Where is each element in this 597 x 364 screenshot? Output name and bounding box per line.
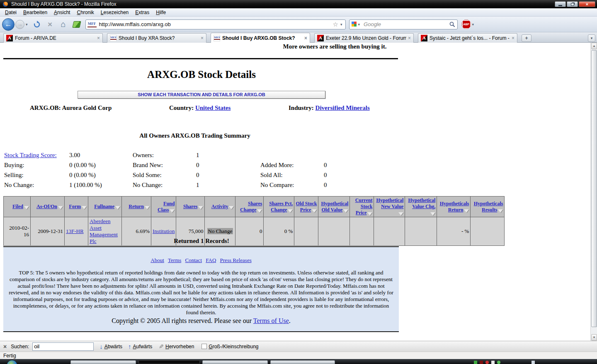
tray-icon[interactable] bbox=[485, 361, 489, 364]
tab-close-icon[interactable]: × bbox=[95, 35, 100, 41]
find-previous-icon[interactable]: ↑ bbox=[128, 343, 131, 350]
list-all-tabs-button[interactable]: ▾ bbox=[588, 34, 595, 42]
tab-forum-ariva[interactable]: A Forum - ARIVA.DE × bbox=[3, 33, 103, 43]
home-button[interactable]: ⌂ bbox=[58, 19, 69, 30]
menu-ansicht[interactable]: Ansicht bbox=[51, 9, 73, 16]
match-case-label[interactable]: Groß-/Kleinschreibung bbox=[209, 344, 258, 349]
stat-value: 1 bbox=[196, 182, 260, 192]
tray-icon[interactable] bbox=[497, 361, 500, 364]
stat-label: Selling: bbox=[4, 172, 69, 182]
close-icon: × bbox=[586, 2, 588, 7]
tab-close-icon[interactable]: × bbox=[406, 35, 411, 41]
url-bar[interactable]: MFF ☆ ▾ bbox=[85, 19, 346, 29]
fund-class-link[interactable]: Institution bbox=[153, 228, 175, 234]
cell-hypotheticals-results bbox=[471, 217, 505, 246]
taskbar-button[interactable] bbox=[70, 360, 136, 364]
find-input[interactable] bbox=[32, 342, 94, 351]
stat-label bbox=[260, 152, 324, 162]
scroll-up-button[interactable]: ▲ bbox=[591, 43, 597, 49]
minimize-button[interactable] bbox=[555, 1, 566, 7]
country-link[interactable]: United States bbox=[195, 104, 231, 111]
copyright-line: Copyright © 2005 All rights reserved. Pl… bbox=[3, 317, 399, 325]
engine-dropdown[interactable]: ▾ bbox=[357, 22, 362, 27]
terms-of-use-link[interactable]: Terms of Use bbox=[253, 317, 289, 324]
url-input[interactable] bbox=[97, 21, 332, 27]
menu-datei[interactable]: Datei bbox=[2, 9, 20, 16]
find-label: Suchen: bbox=[11, 344, 29, 349]
tray-icon[interactable] bbox=[531, 361, 535, 364]
status-text: Fertig bbox=[3, 353, 16, 359]
industry-link[interactable]: Diversified Minerals bbox=[315, 104, 370, 111]
show-transactions-button[interactable]: SHOW EACH TRANSACTION AND DETAILS FOR AR… bbox=[78, 91, 325, 99]
terms-link[interactable]: Terms bbox=[168, 257, 181, 263]
close-button[interactable]: × bbox=[579, 1, 595, 7]
stock-trading-score-link[interactable]: Stock Trading Score: bbox=[4, 152, 69, 162]
stat-value: 1 bbox=[196, 152, 260, 162]
col-hypothetical-old-value: Hypothetical Old Value bbox=[318, 197, 350, 217]
sort-arrow-icon bbox=[430, 212, 435, 216]
adblock-plus-icon[interactable]: ABP bbox=[462, 20, 471, 29]
tab-systaic-forum[interactable]: A Systaic - Jetzt geht`s los... - Forum … bbox=[418, 33, 517, 43]
tray-icon[interactable] bbox=[491, 361, 495, 364]
stop-button[interactable]: × bbox=[45, 19, 56, 30]
contact-link[interactable]: Contact bbox=[185, 257, 202, 263]
history-dropdown[interactable]: ▾ bbox=[24, 22, 29, 27]
tab-arxg-stock-active[interactable]: MFF Should I Buy ARXG.OB Stock? × bbox=[211, 33, 310, 43]
tab-xra-stock[interactable]: MFF Should I Buy XRA Stock? × bbox=[107, 33, 206, 43]
find-next-icon[interactable]: ↓ bbox=[100, 343, 103, 350]
find-close-icon[interactable]: × bbox=[3, 343, 7, 350]
vertical-scrollbar[interactable]: ▲ ▼ bbox=[590, 43, 597, 341]
adblock-dropdown[interactable]: ▾ bbox=[471, 22, 476, 27]
new-tab-button[interactable]: + bbox=[522, 34, 531, 42]
tab-bar: A Forum - ARIVA.DE × MFF Should I Buy XR… bbox=[0, 32, 597, 43]
search-box[interactable]: ▾ bbox=[349, 19, 458, 29]
col-form: Form bbox=[65, 197, 88, 217]
url-dropdown[interactable]: ▾ bbox=[339, 22, 344, 27]
tab-exeter-forum[interactable]: A Exeter 22.9 Mio Unzen Gold - Forum... … bbox=[314, 33, 414, 43]
tab-label: Systaic - Jetzt geht`s los... - Forum - … bbox=[427, 35, 510, 41]
tab-close-icon[interactable]: × bbox=[510, 35, 514, 41]
back-button[interactable]: ← bbox=[2, 18, 15, 31]
find-previous-button[interactable]: Aufwärts bbox=[133, 344, 153, 349]
faq-link[interactable]: FAQ bbox=[206, 257, 216, 263]
tab-close-icon[interactable]: × bbox=[199, 35, 204, 41]
find-next-button[interactable]: Abwärts bbox=[104, 344, 122, 349]
tray-icon[interactable] bbox=[474, 361, 477, 364]
about-link[interactable]: About bbox=[150, 257, 164, 263]
menu-extras[interactable]: Extras bbox=[132, 9, 153, 16]
google-engine-icon[interactable] bbox=[352, 22, 357, 27]
highlight-pen-icon[interactable]: ✎ bbox=[159, 343, 164, 350]
tab-label: Should I Buy XRA Stock? bbox=[116, 35, 199, 41]
stat-value: 0 bbox=[196, 172, 260, 182]
search-input[interactable] bbox=[361, 21, 449, 27]
tray-icon[interactable] bbox=[480, 361, 483, 364]
search-icon[interactable] bbox=[449, 22, 455, 27]
scroll-down-button[interactable]: ▼ bbox=[591, 334, 597, 341]
bookmark-star-icon[interactable]: ☆ bbox=[332, 21, 339, 28]
menu-chronik[interactable]: Chronik bbox=[73, 9, 97, 16]
extension-button[interactable] bbox=[71, 19, 82, 30]
match-case-checkbox[interactable] bbox=[201, 344, 207, 349]
menu-lesezeichen[interactable]: Lesezeichen bbox=[97, 9, 132, 16]
title-bar: Should I Buy ARXG.OB Stock? - Mozilla Fi… bbox=[0, 0, 597, 8]
col-hypothetical-new-value: Hypothetical New Value bbox=[374, 197, 405, 217]
reload-button[interactable] bbox=[32, 19, 42, 30]
scroll-down-icon: ▼ bbox=[593, 336, 596, 339]
sort-arrow-icon bbox=[145, 206, 150, 209]
highlight-all-button[interactable]: Hervorheben bbox=[165, 344, 194, 349]
taskbar-button[interactable] bbox=[270, 360, 335, 364]
start-orb[interactable] bbox=[7, 360, 17, 364]
press-releases-link[interactable]: Press Releases bbox=[220, 257, 252, 263]
tab-close-icon[interactable]: × bbox=[303, 35, 307, 41]
taskbar-button[interactable] bbox=[202, 360, 268, 364]
forward-button[interactable]: → bbox=[15, 20, 24, 29]
scrollbar-thumb[interactable] bbox=[591, 50, 597, 327]
restore-button[interactable] bbox=[567, 1, 578, 7]
form-link[interactable]: 13F-HR bbox=[66, 228, 84, 234]
ariva-favicon: A bbox=[317, 35, 324, 41]
menu-bearbeiten[interactable]: Bearbeiten bbox=[20, 9, 51, 16]
stat-label: No Compare: bbox=[260, 182, 324, 192]
taskbar-button-active[interactable] bbox=[138, 360, 200, 364]
navigation-toolbar: ← → ▾ × ⌂ MFF ☆ ▾ ▾ ABP ▾ bbox=[0, 17, 597, 32]
menu-hilfe[interactable]: Hilfe bbox=[153, 9, 169, 16]
